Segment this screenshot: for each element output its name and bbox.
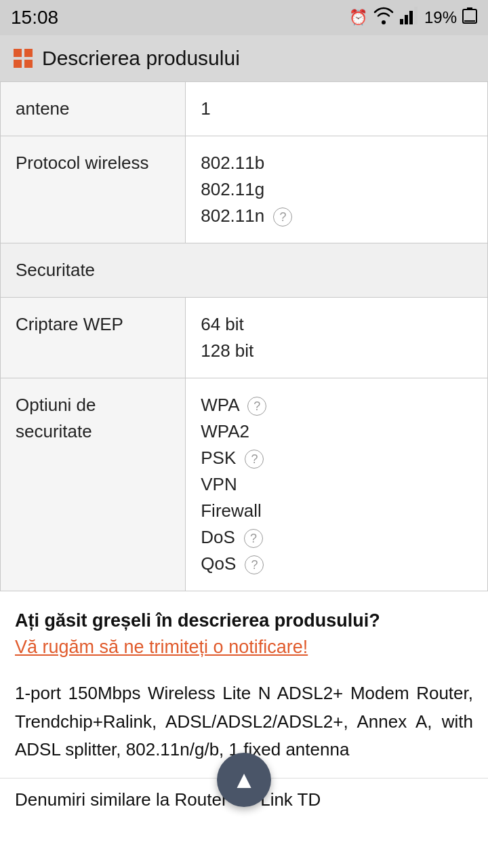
page-header: Descrierea produsului: [0, 35, 488, 81]
table-row-criptare-wep: Criptare WEP 64 bit 128 bit: [1, 298, 488, 378]
grid-icon: [14, 49, 33, 68]
help-icon-psk[interactable]: ?: [245, 450, 264, 469]
help-icon-dos[interactable]: ?: [244, 529, 263, 548]
table-row-antene: antene 1: [1, 82, 488, 136]
svg-rect-3: [414, 7, 418, 24]
wep-128bit: 128 bit: [201, 338, 472, 364]
battery-icon: [462, 7, 477, 28]
table-row-securitate-header: Securitate: [1, 243, 488, 298]
protocol-802-11g: 802.11g: [201, 176, 472, 203]
security-wpa2: WPA2: [201, 418, 472, 445]
security-dos: DoS ?: [201, 524, 472, 551]
alarm-icon: ⏰: [349, 9, 367, 26]
security-qos: QoS ?: [201, 551, 472, 577]
value-antene: 1: [186, 82, 488, 136]
security-vpn: VPN: [201, 471, 472, 498]
scroll-to-top-button[interactable]: ▲: [217, 753, 271, 807]
security-wpa: WPA ?: [201, 392, 472, 418]
battery-level: 19%: [424, 8, 457, 27]
security-firewall: Firewall: [201, 498, 472, 524]
status-bar: 15:08 ⏰ 19%: [0, 0, 488, 35]
value-protocol-wireless: 802.11b 802.11g 802.11n ?: [186, 136, 488, 243]
label-criptare-wep: Criptare WEP: [1, 298, 186, 378]
table-row-optiuni-securitate: Optiuni de securitate WPA ? WPA2 PSK ? V…: [1, 378, 488, 591]
notification-section: Ați găsit greșeli în descrierea produsul…: [0, 591, 488, 679]
label-antene: antene: [1, 82, 186, 136]
svg-rect-6: [464, 20, 475, 22]
value-optiuni-securitate: WPA ? WPA2 PSK ? VPN Firewall DoS ? QoS …: [186, 378, 488, 591]
label-protocol-wireless: Protocol wireless: [1, 136, 186, 243]
svg-rect-0: [400, 19, 403, 24]
status-icons: ⏰ 19%: [349, 7, 477, 28]
wifi-icon: [373, 7, 394, 28]
help-icon-qos[interactable]: ?: [245, 555, 264, 574]
product-table: antene 1 Protocol wireless 802.11b 802.1…: [0, 81, 488, 591]
svg-rect-1: [405, 15, 408, 24]
notification-link[interactable]: Vă rugăm să ne trimiteți o notificare!: [15, 637, 473, 658]
protocol-802-11n: 802.11n ?: [201, 203, 472, 229]
securitate-header: Securitate: [1, 243, 488, 298]
help-icon-wpa[interactable]: ?: [247, 397, 266, 416]
help-icon-802-11n[interactable]: ?: [273, 208, 292, 226]
up-arrow-icon: ▲: [232, 768, 256, 792]
svg-rect-5: [467, 7, 472, 9]
svg-rect-2: [409, 11, 413, 24]
signal-icon: [400, 7, 419, 28]
status-time: 15:08: [11, 7, 58, 28]
table-row-protocol-wireless: Protocol wireless 802.11b 802.11g 802.11…: [1, 136, 488, 243]
label-optiuni-securitate: Optiuni de securitate: [1, 378, 186, 591]
value-criptare-wep: 64 bit 128 bit: [186, 298, 488, 378]
security-psk: PSK ?: [201, 445, 472, 471]
page-title: Descrierea produsului: [42, 47, 240, 70]
notification-title: Ați găsit greșeli în descrierea produsul…: [15, 610, 473, 631]
wep-64bit: 64 bit: [201, 311, 472, 338]
protocol-802-11b: 802.11b: [201, 150, 472, 176]
